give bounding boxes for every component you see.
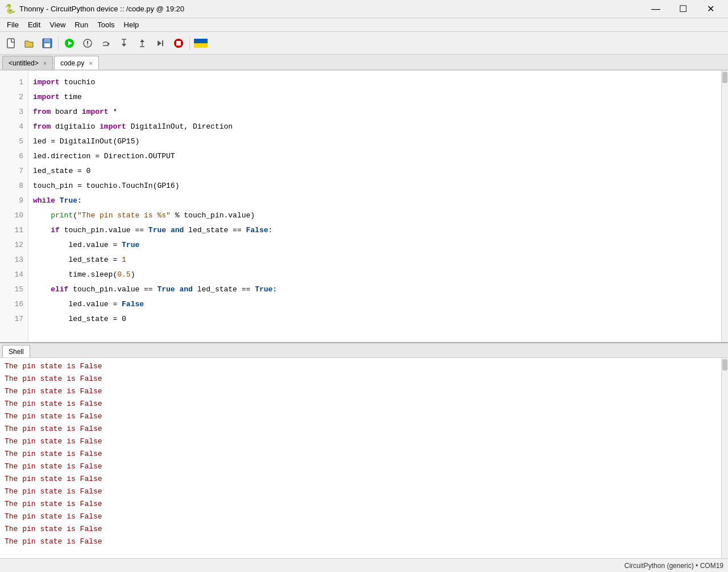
tab-codepy-label: code.py <box>60 59 84 67</box>
line-numbers: 12345 678910 1112131415 1617 <box>0 71 28 342</box>
toolbar <box>0 32 728 55</box>
code-line-4: from digitalio import DigitalInOut, Dire… <box>33 120 717 134</box>
window-title: Thonny - CircuitPython device :: /code.p… <box>19 5 184 13</box>
svg-marker-12 <box>122 44 126 47</box>
shell-line: The pin state is False <box>5 498 717 511</box>
shell-line: The pin state is False <box>5 485 717 498</box>
step-over-button[interactable] <box>97 35 114 52</box>
svg-marker-17 <box>158 40 162 46</box>
code-line-1: import touchio <box>33 75 717 90</box>
svg-marker-15 <box>140 39 144 42</box>
code-content: 12345 678910 1112131415 1617 import touc… <box>0 71 721 342</box>
code-line-3: from board import * <box>33 105 717 120</box>
minimize-button[interactable]: — <box>643 1 669 18</box>
status-bar: CircuitPython (generic) • COM19 <box>0 558 728 572</box>
shell-line: The pin state is False <box>5 385 717 398</box>
shell-tab[interactable]: Shell <box>2 345 30 357</box>
menu-bar: File Edit View Run Tools Help <box>0 18 728 32</box>
app-icon: 🐍 <box>5 3 16 14</box>
shell-line: The pin state is False <box>5 398 717 410</box>
menu-view[interactable]: View <box>45 19 70 30</box>
svg-rect-0 <box>7 39 14 48</box>
tab-untitled-label: <untitled> <box>9 59 39 67</box>
shell-line: The pin state is False <box>5 523 717 536</box>
toolbar-sep1 <box>58 36 59 50</box>
svg-rect-22 <box>194 43 208 48</box>
svg-point-8 <box>87 44 88 46</box>
status-text: CircuitPython (generic) • COM19 <box>624 562 723 570</box>
shell-line: The pin state is False <box>5 423 717 435</box>
shell-output: The pin state is False The pin state is … <box>0 358 721 558</box>
shell-tab-label: Shell <box>9 348 24 356</box>
code-line-8: touch_pin = touchio.TouchIn(GP16) <box>33 179 717 194</box>
code-lines: import touchio import time from board im… <box>28 71 721 342</box>
code-line-14: time.sleep(0.5) <box>33 268 717 282</box>
svg-rect-3 <box>44 43 50 47</box>
new-button[interactable] <box>2 35 19 52</box>
code-line-16: led.value = False <box>33 297 717 312</box>
debug-button[interactable] <box>79 35 96 52</box>
shell-line: The pin state is False <box>5 460 717 473</box>
shell-line: The pin state is False <box>5 360 717 373</box>
shell-line: The pin state is False <box>5 448 717 460</box>
tab-codepy[interactable]: code.py × <box>54 56 98 69</box>
shell-line: The pin state is False <box>5 373 717 385</box>
shell-scrollbar[interactable] <box>721 358 728 558</box>
shell-content: The pin state is False The pin state is … <box>0 358 728 558</box>
code-line-13: led_state = 1 <box>33 253 717 268</box>
code-line-11: if touch_pin.value == True and led_state… <box>33 223 717 238</box>
code-line-5: led = DigitalInOut(GP15) <box>33 134 717 149</box>
code-editor[interactable]: 12345 678910 1112131415 1617 import touc… <box>0 71 728 342</box>
menu-edit[interactable]: Edit <box>23 19 45 30</box>
shell-tab-bar: Shell <box>0 343 728 358</box>
svg-rect-2 <box>44 39 50 42</box>
svg-rect-20 <box>176 41 181 46</box>
stop-button[interactable] <box>170 35 187 52</box>
editor-area: 12345 678910 1112131415 1617 import touc… <box>0 71 728 558</box>
code-line-2: import time <box>33 90 717 105</box>
editor-scrollbar[interactable] <box>721 71 728 342</box>
shell-line: The pin state is False <box>5 410 717 423</box>
menu-tools[interactable]: Tools <box>93 19 119 30</box>
code-line-17: led_state = 0 <box>33 312 717 327</box>
code-line-12: led.value = True <box>33 238 717 253</box>
svg-rect-21 <box>194 39 208 43</box>
code-line-9: while True: <box>33 194 717 208</box>
flag-button[interactable] <box>192 35 209 52</box>
code-line-10: print("The pin state is %s" % touch_pin.… <box>33 208 717 223</box>
shell-line: The pin state is False <box>5 435 717 448</box>
save-button[interactable] <box>39 35 56 52</box>
resume-button[interactable] <box>152 35 169 52</box>
shell-line: The pin state is False <box>5 536 717 548</box>
step-into-button[interactable] <box>115 35 133 52</box>
tab-codepy-close[interactable]: × <box>89 60 92 67</box>
code-line-7: led_state = 0 <box>33 164 717 179</box>
menu-run[interactable]: Run <box>70 19 93 30</box>
step-out-button[interactable] <box>134 35 151 52</box>
tab-bar: <untitled> × code.py × <box>0 55 728 71</box>
run-button[interactable] <box>61 35 78 52</box>
toolbar-sep2 <box>189 36 190 50</box>
shell-line: The pin state is False <box>5 511 717 523</box>
window-controls: — ☐ ✕ <box>643 1 723 18</box>
shell-container: Shell The pin state is False The pin sta… <box>0 342 728 558</box>
maximize-button[interactable]: ☐ <box>670 1 696 18</box>
code-line-15: elif touch_pin.value == True and led_sta… <box>33 282 717 297</box>
tab-untitled[interactable]: <untitled> × <box>2 56 53 69</box>
open-button[interactable] <box>20 35 38 52</box>
shell-line: The pin state is False <box>5 473 717 485</box>
menu-file[interactable]: File <box>2 19 23 30</box>
tab-untitled-close[interactable]: × <box>43 60 47 67</box>
code-line-6: led.direction = Direction.OUTPUT <box>33 149 717 164</box>
close-button[interactable]: ✕ <box>697 1 723 18</box>
title-bar: 🐍 Thonny - CircuitPython device :: /code… <box>0 0 728 18</box>
svg-marker-9 <box>107 42 110 46</box>
menu-help[interactable]: Help <box>119 19 144 30</box>
